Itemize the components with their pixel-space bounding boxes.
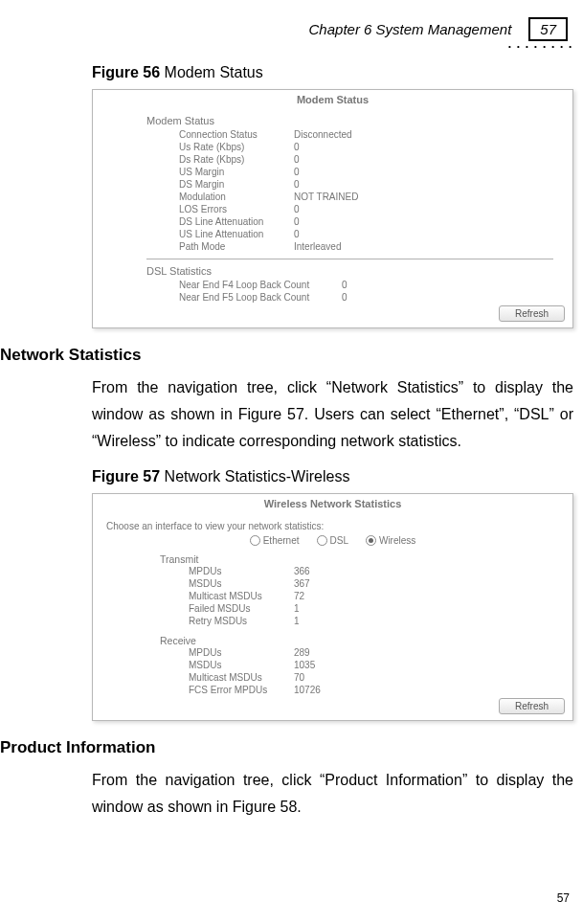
row-value: 289 — [294, 646, 310, 659]
dsl-statistics-section: DSL Statistics — [146, 265, 572, 277]
table-row: MPDUs366 — [189, 565, 572, 577]
choose-interface-label: Choose an interface to view your network… — [106, 521, 572, 531]
row-key: Multicast MSDUs — [189, 590, 294, 602]
table-row: US Margin0 — [179, 166, 572, 178]
table-row: ModulationNOT TRAINED — [179, 191, 572, 203]
table-row: Failed MSDUs1 — [189, 602, 572, 615]
row-value: 0 — [294, 215, 300, 228]
table-row: Near End F4 Loop Back Count0 — [179, 279, 572, 291]
wireless-stats-title: Wireless Network Statistics — [93, 494, 572, 513]
page-number-box: 57 — [528, 17, 568, 41]
modem-status-section: Modem Status — [146, 115, 572, 126]
radio-label: Wireless — [379, 535, 415, 546]
table-row: LOS Errors0 — [179, 203, 572, 215]
table-row: Path ModeInterleaved — [179, 240, 572, 253]
table-row: DS Line Attenuation0 — [179, 215, 572, 228]
row-key: US Line Attenuation — [179, 228, 294, 240]
table-row: MSDUs1035 — [189, 659, 572, 671]
row-key: Near End F4 Loop Back Count — [179, 279, 342, 291]
refresh-button[interactable]: Refresh — [499, 698, 565, 714]
row-key: Connection Status — [179, 128, 294, 141]
radio-label: Ethernet — [263, 535, 300, 546]
chapter-title: Chapter 6 System Management — [309, 21, 512, 37]
divider — [146, 259, 553, 259]
row-value: 0 — [294, 178, 300, 191]
header-decoration: • • • • • • • • — [508, 42, 573, 51]
table-row: US Line Attenuation0 — [179, 228, 572, 240]
row-value: 1 — [294, 602, 300, 615]
row-value: 1035 — [294, 659, 315, 671]
table-row: Multicast MSDUs72 — [189, 590, 572, 602]
table-row: Multicast MSDUs70 — [189, 671, 572, 684]
radio-icon — [317, 535, 327, 546]
table-row: Ds Rate (Kbps)0 — [179, 153, 572, 166]
row-key: Us Rate (Kbps) — [179, 141, 294, 153]
table-row: MSDUs367 — [189, 577, 572, 590]
row-key: MSDUs — [189, 577, 294, 590]
row-value: 70 — [294, 671, 304, 684]
row-value: 1 — [294, 615, 300, 627]
radio-icon — [250, 535, 260, 546]
network-statistics-heading: Network Statistics — [0, 346, 573, 365]
network-statistics-paragraph: From the navigation tree, click “Network… — [92, 374, 573, 455]
row-key: MPDUs — [189, 565, 294, 577]
radio-ethernet[interactable]: Ethernet — [250, 535, 300, 546]
refresh-button[interactable]: Refresh — [499, 305, 565, 322]
row-key: Ds Rate (Kbps) — [179, 153, 294, 166]
table-row: MPDUs289 — [189, 646, 572, 659]
table-row: Near End F5 Loop Back Count0 — [179, 291, 572, 304]
row-value: 367 — [294, 577, 310, 590]
figure56-caption: Figure 56 Modem Status — [92, 64, 573, 81]
table-row: FCS Error MPDUs10726 — [189, 684, 572, 696]
row-key: FCS Error MPDUs — [189, 684, 294, 696]
figure57-box: Wireless Network Statistics Choose an in… — [92, 493, 573, 721]
row-value: 0 — [294, 153, 300, 166]
modem-status-title: Modem Status — [93, 90, 572, 109]
row-key: MPDUs — [189, 646, 294, 659]
row-key: DS Margin — [179, 178, 294, 191]
product-information-paragraph: From the navigation tree, click “Product… — [92, 767, 573, 821]
row-value: Disconnected — [294, 128, 352, 141]
row-value: 0 — [294, 203, 300, 215]
radio-label: DSL — [330, 535, 348, 546]
row-value: Interleaved — [294, 240, 341, 253]
footer-page-number: 57 — [557, 891, 570, 905]
table-row: Us Rate (Kbps)0 — [179, 141, 572, 153]
row-key: LOS Errors — [179, 203, 294, 215]
table-row: Retry MSDUs1 — [189, 615, 572, 627]
row-key: Multicast MSDUs — [189, 671, 294, 684]
table-row: Connection StatusDisconnected — [179, 128, 572, 141]
figure57-caption: Figure 57 Network Statistics-Wireless — [92, 468, 573, 485]
figure56-box: Modem Status Modem Status Connection Sta… — [92, 89, 573, 328]
row-key: MSDUs — [189, 659, 294, 671]
radio-icon — [366, 535, 376, 546]
row-key: US Margin — [179, 166, 294, 178]
row-key: Modulation — [179, 191, 294, 203]
row-value: 366 — [294, 565, 310, 577]
row-value: 10726 — [294, 684, 321, 696]
row-key: Failed MSDUs — [189, 602, 294, 615]
row-value: NOT TRAINED — [294, 191, 358, 203]
transmit-label: Transmit — [160, 553, 572, 565]
row-key: Retry MSDUs — [189, 615, 294, 627]
row-value: 0 — [342, 291, 348, 304]
row-key: Near End F5 Loop Back Count — [179, 291, 342, 304]
row-key: DS Line Attenuation — [179, 215, 294, 228]
receive-label: Receive — [160, 635, 572, 646]
row-key: Path Mode — [179, 240, 294, 253]
product-information-heading: Product Information — [0, 738, 573, 757]
radio-wireless[interactable]: Wireless — [366, 535, 415, 546]
row-value: 0 — [294, 141, 300, 153]
row-value: 0 — [294, 228, 300, 240]
row-value: 0 — [342, 279, 348, 291]
table-row: DS Margin0 — [179, 178, 572, 191]
row-value: 72 — [294, 590, 304, 602]
row-value: 0 — [294, 166, 300, 178]
radio-dsl[interactable]: DSL — [317, 535, 348, 546]
